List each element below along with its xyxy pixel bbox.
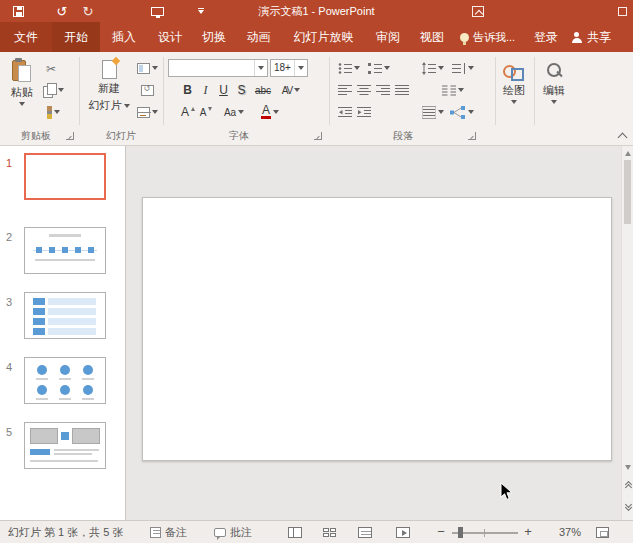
- align-left-button[interactable]: [336, 81, 353, 99]
- cut-button[interactable]: [40, 59, 62, 77]
- font-color-button[interactable]: A: [258, 103, 282, 121]
- zoom-level[interactable]: 37%: [545, 521, 581, 543]
- collapse-ribbon-button[interactable]: [614, 128, 630, 146]
- section-button[interactable]: [134, 103, 160, 121]
- save-button[interactable]: [10, 3, 26, 19]
- paste-button[interactable]: 粘贴: [6, 57, 38, 125]
- font-size-dropdown-icon[interactable]: [294, 60, 307, 76]
- slide-sorter-view-button[interactable]: [323, 521, 336, 543]
- shrink-font-button[interactable]: A: [198, 103, 214, 121]
- paste-dropdown-icon: [19, 102, 25, 106]
- change-case-button[interactable]: Aa: [222, 103, 246, 121]
- grow-font-button[interactable]: A: [180, 103, 196, 121]
- strikethrough-button[interactable]: abc: [252, 81, 274, 99]
- font-dialog-launcher[interactable]: [314, 132, 322, 140]
- undo-button[interactable]: [54, 3, 70, 19]
- numbering-button[interactable]: [366, 59, 392, 77]
- normal-view-button[interactable]: [288, 521, 302, 543]
- reading-view-button[interactable]: [358, 521, 372, 543]
- clipboard-dialog-launcher[interactable]: [66, 132, 74, 140]
- slide-editing-area[interactable]: [142, 197, 612, 461]
- editing-group-button[interactable]: 编辑: [538, 57, 570, 125]
- tab-insert[interactable]: 插入: [100, 22, 148, 52]
- start-slideshow-button[interactable]: [148, 3, 166, 19]
- tab-transitions[interactable]: 切换: [192, 22, 236, 52]
- columns-button[interactable]: [440, 81, 466, 99]
- slide-1-thumbnail[interactable]: [24, 153, 106, 200]
- fit-to-window-button[interactable]: [596, 521, 609, 543]
- character-spacing-button[interactable]: AV: [278, 81, 304, 99]
- align-center-button[interactable]: [355, 81, 372, 99]
- slide-2-caption-graphic: [35, 259, 95, 261]
- slide-5-textline: [54, 453, 92, 455]
- text-direction-dropdown-icon: [468, 66, 474, 70]
- scrollbar-thumb[interactable]: [624, 160, 631, 224]
- bullets-dropdown-icon: [354, 66, 360, 70]
- bullets-button[interactable]: [336, 59, 362, 77]
- restore-window-button[interactable]: [614, 3, 630, 19]
- font-name-combobox[interactable]: [168, 59, 268, 77]
- redo-button[interactable]: [80, 3, 96, 19]
- text-direction-icon: [452, 62, 466, 75]
- slide-5-thumbnail[interactable]: [24, 422, 106, 469]
- layout-button[interactable]: [134, 59, 160, 77]
- sign-in-button[interactable]: 登录: [530, 22, 562, 52]
- tab-design[interactable]: 设计: [148, 22, 192, 52]
- scroll-up-button[interactable]: [622, 146, 633, 160]
- italic-button[interactable]: I: [198, 81, 213, 99]
- font-name-dropdown-icon[interactable]: [254, 60, 267, 76]
- bold-button[interactable]: B: [180, 81, 195, 99]
- tab-view[interactable]: 视图: [410, 22, 454, 52]
- next-slide-icon: [626, 504, 631, 510]
- zoom-in-button[interactable]: +: [521, 521, 535, 543]
- next-slide-button[interactable]: [622, 500, 633, 514]
- tab-slideshow[interactable]: 幻灯片放映: [281, 22, 366, 52]
- align-text-button[interactable]: [420, 103, 446, 121]
- comments-button[interactable]: 批注: [214, 521, 252, 543]
- vertical-scrollbar[interactable]: [621, 146, 633, 520]
- text-direction-button[interactable]: [450, 59, 476, 77]
- slide-2-node: [88, 247, 94, 253]
- format-painter-button[interactable]: [40, 103, 66, 121]
- underline-button[interactable]: U: [216, 81, 231, 99]
- ribbon-tab-row: 文件 开始 插入 设计 切换 动画 幻灯片放映 审阅 视图 告诉我... 登录 …: [0, 22, 633, 52]
- scroll-down-button[interactable]: [622, 460, 633, 474]
- slide-2-thumbnail[interactable]: [24, 227, 106, 274]
- font-size-combobox[interactable]: 18+: [270, 59, 308, 77]
- align-right-button[interactable]: [374, 81, 391, 99]
- slide-3-thumbnail[interactable]: [24, 292, 106, 339]
- notes-button[interactable]: 备注: [150, 521, 187, 543]
- zoom-out-button[interactable]: −: [434, 521, 448, 543]
- slide-4-thumbnail[interactable]: [24, 357, 106, 404]
- zoom-slider-thumb[interactable]: [458, 527, 463, 538]
- slideshow-icon: [151, 7, 164, 16]
- reset-button[interactable]: [134, 81, 160, 99]
- justify-button[interactable]: [393, 81, 410, 99]
- paragraph-dialog-launcher[interactable]: [468, 132, 476, 140]
- convert-to-smartart-button[interactable]: [448, 103, 476, 121]
- customize-quick-access-button[interactable]: [194, 3, 208, 19]
- ribbon-display-options-button[interactable]: [470, 3, 486, 19]
- line-spacing-button[interactable]: [420, 59, 446, 77]
- group-separator: [163, 57, 164, 125]
- increase-indent-button[interactable]: [355, 103, 372, 121]
- tell-me-box[interactable]: 告诉我...: [460, 22, 515, 52]
- tab-animations[interactable]: 动画: [236, 22, 281, 52]
- text-shadow-button[interactable]: S: [234, 81, 249, 99]
- copy-button[interactable]: [40, 81, 66, 99]
- new-slide-button[interactable]: 新建 幻灯片: [86, 57, 132, 125]
- font-group-label: 字体: [164, 129, 314, 142]
- tab-home[interactable]: 开始: [52, 22, 100, 52]
- align-left-icon: [338, 84, 352, 97]
- slide-4-circle: [83, 385, 93, 395]
- slideshow-view-button[interactable]: [396, 521, 410, 543]
- share-button[interactable]: 共享: [564, 22, 619, 52]
- tab-file[interactable]: 文件: [0, 22, 52, 52]
- previous-slide-button[interactable]: [622, 480, 633, 494]
- drawing-group-button[interactable]: 绘图: [497, 57, 531, 125]
- save-icon: [13, 6, 24, 17]
- decrease-indent-icon: [338, 106, 352, 119]
- slide-4-circle: [37, 385, 47, 395]
- decrease-indent-button[interactable]: [336, 103, 353, 121]
- tab-review[interactable]: 审阅: [366, 22, 410, 52]
